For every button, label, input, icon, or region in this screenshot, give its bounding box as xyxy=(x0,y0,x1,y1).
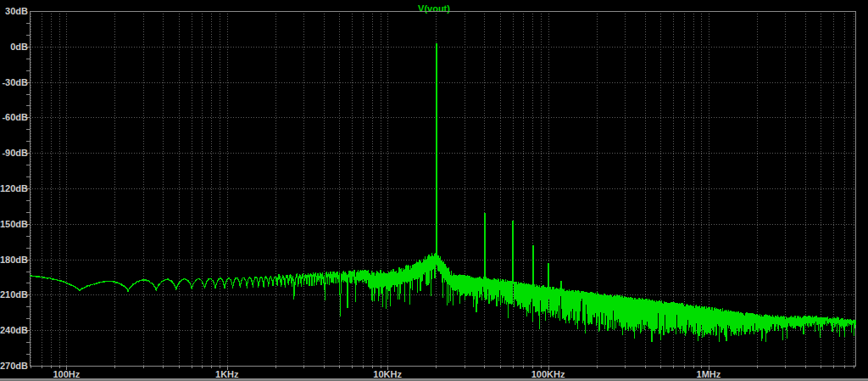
y-tick-label: -30dB xyxy=(2,77,28,87)
y-tick-label: -120dB xyxy=(0,183,28,193)
waveform-pane: V(vout) 30dB0dB-30dB-60dB-90dB-120dB-150… xyxy=(0,0,868,381)
y-tick-label: -150dB xyxy=(0,219,28,229)
y-tick-label: 0dB xyxy=(10,42,28,52)
fft-plot[interactable]: 30dB0dB-30dB-60dB-90dB-120dB-150dB-180dB… xyxy=(0,0,868,381)
y-tick-label: -60dB xyxy=(2,112,28,122)
y-tick-label: -90dB xyxy=(2,148,28,158)
y-tick-label: 30dB xyxy=(5,6,28,16)
fft-trace[interactable] xyxy=(30,43,855,342)
y-tick-label: -180dB xyxy=(0,255,28,265)
y-tick-label: -240dB xyxy=(0,325,28,335)
y-tick-label: -210dB xyxy=(0,289,28,300)
y-tick-label: -270dB xyxy=(0,361,28,371)
